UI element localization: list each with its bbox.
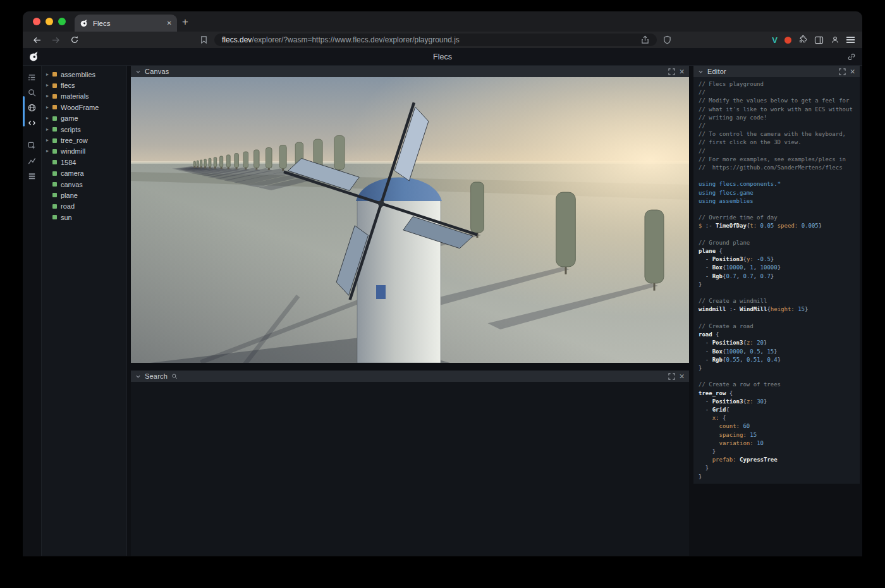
chevron-right-icon[interactable]: ▸ xyxy=(46,138,52,143)
chevron-down-icon[interactable] xyxy=(135,374,141,379)
bookmarks-icon[interactable] xyxy=(200,35,208,44)
canvas-3d-scene xyxy=(131,77,689,363)
tree-item[interactable]: ▸windmill xyxy=(42,146,126,157)
code-icon[interactable] xyxy=(25,115,40,130)
chevron-right-icon[interactable]: ▸ xyxy=(46,83,52,88)
zoom-window-button[interactable] xyxy=(58,18,66,25)
entity-kind-icon xyxy=(52,83,57,88)
tree-item-label: road xyxy=(61,202,75,210)
forward-button[interactable] xyxy=(49,34,62,46)
chevron-down-icon[interactable] xyxy=(135,69,141,75)
close-icon[interactable]: ✕ xyxy=(850,68,855,75)
code-line: - Rgb{0.55, 0.51, 0.4} xyxy=(699,356,855,364)
tree-item[interactable]: ▸flecs xyxy=(42,80,126,90)
tree-item[interactable]: ▸game xyxy=(42,113,126,124)
extension-v-icon[interactable]: V xyxy=(772,35,778,45)
tree-item[interactable]: plane xyxy=(42,190,126,200)
shield-icon[interactable] xyxy=(663,35,671,44)
code-line: // xyxy=(699,89,855,97)
code-line: prefab: CypressTree xyxy=(699,456,855,464)
url-host: flecs.dev xyxy=(222,35,252,44)
code-line xyxy=(699,372,855,381)
code-line: spacing: 15 xyxy=(699,431,855,439)
chevron-right-icon[interactable]: ▸ xyxy=(46,105,52,110)
code-line: plane { xyxy=(699,247,855,255)
code-line: // xyxy=(699,147,855,156)
side-panel-icon[interactable] xyxy=(814,36,824,44)
code-line: // To control the camera with the keyboa… xyxy=(699,130,855,138)
entity-kind-icon xyxy=(52,193,57,197)
tree-item[interactable]: sun xyxy=(42,212,126,223)
new-tab-button[interactable]: + xyxy=(177,14,193,30)
minimize-window-button[interactable] xyxy=(46,18,53,25)
entity-kind-icon xyxy=(52,94,57,99)
browser-tab[interactable]: Flecs ✕ xyxy=(75,15,177,32)
chevron-right-icon[interactable]: ▸ xyxy=(46,72,52,77)
chevron-right-icon[interactable]: ▸ xyxy=(46,149,52,154)
canvas-3d-view[interactable] xyxy=(131,77,689,363)
entity-kind-icon xyxy=(52,160,57,164)
chevron-right-icon[interactable]: ▸ xyxy=(46,94,52,99)
code-line: - Grid{ xyxy=(699,406,855,414)
chevron-right-icon[interactable]: ▸ xyxy=(46,127,52,132)
entity-kind-icon xyxy=(52,182,57,187)
fullscreen-icon[interactable] xyxy=(839,68,846,75)
back-button[interactable] xyxy=(30,34,43,46)
reload-button[interactable] xyxy=(68,34,81,46)
address-bar[interactable]: flecs.dev/explorer/?wasm=https://www.fle… xyxy=(214,34,657,46)
tree-item[interactable]: 1584 xyxy=(42,157,126,168)
tree-item[interactable]: road xyxy=(42,201,126,212)
extensions-puzzle-icon[interactable] xyxy=(798,35,807,44)
editor-code[interactable]: // Flecs playground//// Modify the value… xyxy=(693,77,860,484)
outliner-icon[interactable] xyxy=(25,70,40,85)
globe-icon[interactable] xyxy=(25,100,40,115)
tree-item[interactable]: ▸assemblies xyxy=(42,69,126,80)
entity-kind-icon xyxy=(52,127,57,132)
search-results-area[interactable] xyxy=(131,382,689,556)
permalink-icon[interactable] xyxy=(847,52,856,61)
tree-item-label: scripts xyxy=(61,126,81,133)
queues-icon[interactable] xyxy=(25,168,40,183)
code-line xyxy=(699,205,855,214)
inspector-icon[interactable] xyxy=(25,138,40,153)
search-icon[interactable] xyxy=(25,85,40,100)
toolbar-extensions: V xyxy=(772,35,855,45)
code-line xyxy=(699,314,855,322)
stats-chart-icon[interactable] xyxy=(25,153,40,168)
tab-close-icon[interactable]: ✕ xyxy=(167,20,172,27)
close-icon[interactable]: ✕ xyxy=(679,372,685,380)
fullscreen-icon[interactable] xyxy=(668,68,675,75)
code-line: } xyxy=(699,448,855,456)
profile-avatar-icon[interactable] xyxy=(831,35,839,44)
code-line: - Position3{y: -0.5} xyxy=(699,255,855,264)
close-icon[interactable]: ✕ xyxy=(679,68,685,75)
tree-item[interactable]: canvas xyxy=(42,179,126,190)
tree-item-label: sun xyxy=(61,214,72,221)
code-line: road { xyxy=(699,331,855,339)
tree-item-label: camera xyxy=(61,169,84,177)
extension-red-icon[interactable] xyxy=(784,37,791,44)
canvas-panel-title: Canvas xyxy=(145,68,169,75)
close-window-button[interactable] xyxy=(33,18,40,25)
tree-item[interactable]: ▸materials xyxy=(42,91,126,102)
search-panel-title: Search xyxy=(145,372,168,380)
chevron-right-icon[interactable]: ▸ xyxy=(46,116,52,121)
browser-window: Flecs ✕ + flecs.dev/explorer/?wasm=https… xyxy=(23,11,862,556)
tree-item[interactable]: camera xyxy=(42,168,126,179)
tree-item[interactable]: ▸tree_row xyxy=(42,135,126,145)
menu-icon[interactable] xyxy=(846,37,855,43)
code-line: // Create a row of trees xyxy=(699,381,855,389)
tab-strip: Flecs ✕ + xyxy=(23,11,862,32)
chevron-down-icon[interactable] xyxy=(698,69,704,75)
share-icon[interactable] xyxy=(641,35,649,44)
fullscreen-icon[interactable] xyxy=(668,373,675,380)
code-line: } xyxy=(699,473,855,481)
entity-kind-icon xyxy=(52,72,57,77)
tree-item[interactable]: ▸scripts xyxy=(42,124,126,135)
tree-item-label: game xyxy=(61,114,78,122)
tree-item[interactable]: ▸WoodFrame xyxy=(42,102,126,113)
editor-panel-header: Editor ✕ xyxy=(693,66,860,77)
code-line: // Flecs playground xyxy=(699,80,855,89)
app-body: ▸assemblies▸flecs▸materials▸WoodFrame▸ga… xyxy=(23,66,862,556)
code-line: variation: 10 xyxy=(699,439,855,448)
